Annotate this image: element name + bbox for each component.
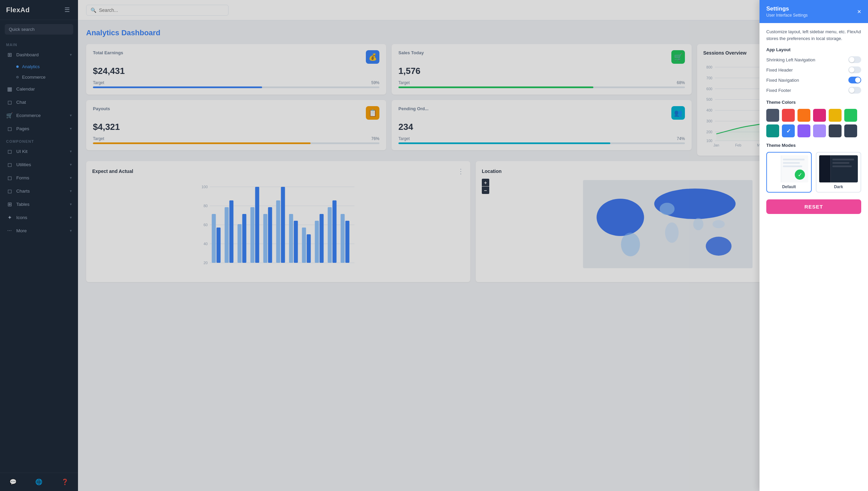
fixed-nav-label: Fixed Navigation	[766, 78, 799, 83]
theme-colors-grid	[766, 109, 861, 137]
toggle-row-shrinking: Shrinking Left Navigation	[766, 56, 861, 63]
reset-button[interactable]: RESET	[766, 199, 861, 214]
settings-subtitle: User Interface Settings	[766, 13, 808, 18]
toggle-row-fixed-nav: Fixed Navigation	[766, 77, 861, 83]
color-swatch-lavender[interactable]	[813, 124, 826, 137]
default-mode-check-icon: ✓	[795, 170, 805, 180]
color-swatch-blue[interactable]	[782, 124, 795, 137]
toggle-row-fixed-header: Fixed Header	[766, 66, 861, 73]
default-mode-preview: ✓	[770, 155, 808, 182]
color-swatch-violet[interactable]	[797, 124, 810, 137]
fixed-nav-toggle[interactable]	[848, 77, 861, 83]
color-swatch-teal[interactable]	[766, 124, 779, 137]
app-layout-title: App Layout	[766, 47, 861, 52]
settings-overlay[interactable]	[0, 0, 760, 491]
settings-header: Settings User Interface Settings ×	[760, 0, 868, 23]
dark-mode-label: Dark	[819, 184, 858, 189]
shrinking-nav-label: Shrinking Left Navigation	[766, 57, 815, 62]
color-swatch-red[interactable]	[782, 109, 795, 122]
color-swatch-slate[interactable]	[844, 124, 857, 137]
theme-colors-title: Theme Colors	[766, 100, 861, 105]
color-swatch-pink[interactable]	[813, 109, 826, 122]
shrinking-nav-toggle[interactable]	[848, 56, 861, 63]
fixed-header-label: Fixed Header	[766, 67, 793, 73]
toggle-row-fixed-footer: Fixed Footer	[766, 87, 861, 94]
settings-close-button[interactable]: ×	[857, 8, 861, 15]
color-swatch-green[interactable]	[844, 109, 857, 122]
fixed-header-toggle[interactable]	[848, 66, 861, 73]
color-swatch-darkgray[interactable]	[829, 124, 842, 137]
color-swatch-orange[interactable]	[797, 109, 810, 122]
settings-panel: Settings User Interface Settings × Custo…	[760, 0, 868, 491]
shrinking-nav-knob	[849, 57, 854, 62]
settings-title: Settings	[766, 5, 808, 12]
fixed-nav-knob	[855, 77, 861, 83]
theme-mode-default[interactable]: ✓ Default	[766, 152, 812, 193]
settings-body: Customize layout, left sidebar menu, etc…	[760, 23, 868, 219]
default-mode-label: Default	[770, 184, 808, 189]
theme-modes-grid: ✓ Default Dark	[766, 152, 861, 193]
settings-description: Customize layout, left sidebar menu, etc…	[766, 28, 861, 42]
color-swatch-gray[interactable]	[766, 109, 779, 122]
fixed-footer-label: Fixed Footer	[766, 88, 791, 93]
dark-mode-preview	[819, 155, 858, 182]
fixed-footer-knob	[849, 87, 854, 93]
theme-mode-dark[interactable]: Dark	[816, 152, 861, 193]
color-swatch-yellow[interactable]	[829, 109, 842, 122]
theme-modes-title: Theme Modes	[766, 143, 861, 148]
fixed-footer-toggle[interactable]	[848, 87, 861, 94]
fixed-header-knob	[849, 67, 854, 73]
